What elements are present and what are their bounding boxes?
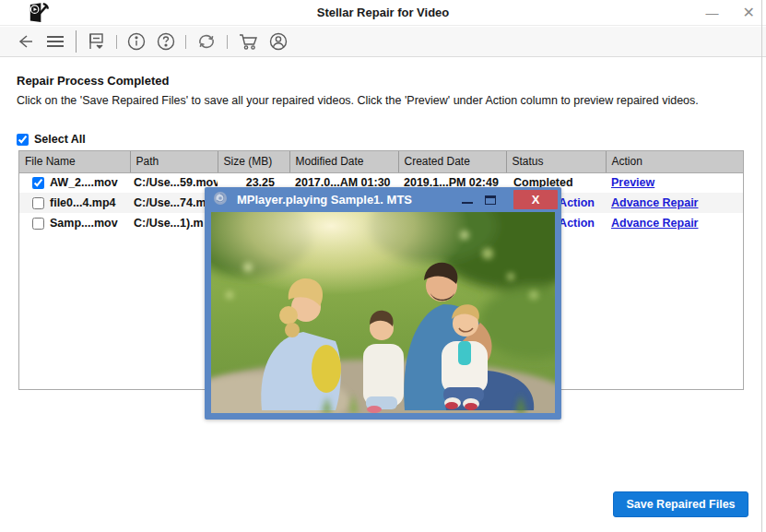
cart-icon[interactable] <box>236 29 260 54</box>
save-repaired-files-button[interactable]: Save Repaired Files <box>613 491 748 517</box>
mplayer-logo-icon <box>213 191 228 209</box>
menu-icon[interactable] <box>44 29 66 54</box>
minimize-button[interactable]: — <box>706 0 719 26</box>
toolbar-divider <box>116 35 117 49</box>
toolbar <box>0 27 766 57</box>
video-frame <box>211 212 555 413</box>
mplayer-title: MPlayer.playing Sample1. MTS <box>237 193 412 207</box>
file-name: Samp....mov <box>50 217 118 230</box>
column-header-created-date[interactable]: Created Date <box>398 151 506 172</box>
select-all: Select All <box>17 133 86 146</box>
refresh-icon[interactable] <box>194 29 218 54</box>
back-icon[interactable] <box>15 29 35 54</box>
column-header-size[interactable]: Size (MB) <box>218 151 289 172</box>
help-icon[interactable] <box>155 29 177 54</box>
window-title: Stellar Repair for Video <box>0 0 766 26</box>
table-header-row: File Name Path Size (MB) Modified Date C… <box>19 151 743 172</box>
toolbar-divider <box>227 35 228 49</box>
toolbar-divider <box>185 35 186 49</box>
column-header-file-name[interactable]: File Name <box>19 151 130 172</box>
column-header-path[interactable]: Path <box>130 151 218 172</box>
account-icon[interactable] <box>267 29 289 54</box>
preview-link[interactable]: Preview <box>611 176 654 189</box>
mplayer-window: MPlayer.playing Sample1. MTS X <box>205 187 561 420</box>
close-button[interactable]: ✕ <box>743 0 755 26</box>
select-all-checkbox[interactable] <box>17 134 29 146</box>
instruction-text: Click on the 'Save Repaired Files' to sa… <box>17 92 748 109</box>
row-checkbox[interactable] <box>32 197 44 209</box>
column-header-action[interactable]: Action <box>606 151 743 172</box>
app-titlebar: Stellar Repair for Video — ✕ <box>0 0 766 26</box>
info-icon[interactable] <box>125 29 147 54</box>
column-header-modified-date[interactable]: Modified Date <box>289 151 398 172</box>
report-flag-icon[interactable] <box>86 29 108 54</box>
window-border <box>761 0 762 532</box>
advance-repair-link[interactable]: Advance Repair <box>611 196 698 209</box>
advance-repair-link[interactable]: Advance Repair <box>611 217 698 230</box>
toolbar-divider <box>76 30 77 53</box>
mplayer-minimize-icon[interactable] <box>462 195 473 204</box>
mplayer-close-button[interactable]: X <box>513 190 558 209</box>
file-name: file0...4.mp4 <box>50 196 116 209</box>
mplayer-titlebar[interactable]: MPlayer.playing Sample1. MTS X <box>205 187 561 212</box>
row-checkbox[interactable] <box>32 177 44 189</box>
row-checkbox[interactable] <box>32 218 44 230</box>
app-window: Stellar Repair for Video — ✕ <box>0 0 766 532</box>
video-still-family-picnic <box>211 212 555 413</box>
column-header-status[interactable]: Status <box>506 151 606 172</box>
file-name: AW_2....mov <box>50 176 118 189</box>
select-all-label: Select All <box>34 133 86 146</box>
page-title: Repair Process Completed <box>17 74 169 88</box>
mplayer-maximize-icon[interactable] <box>485 195 496 205</box>
